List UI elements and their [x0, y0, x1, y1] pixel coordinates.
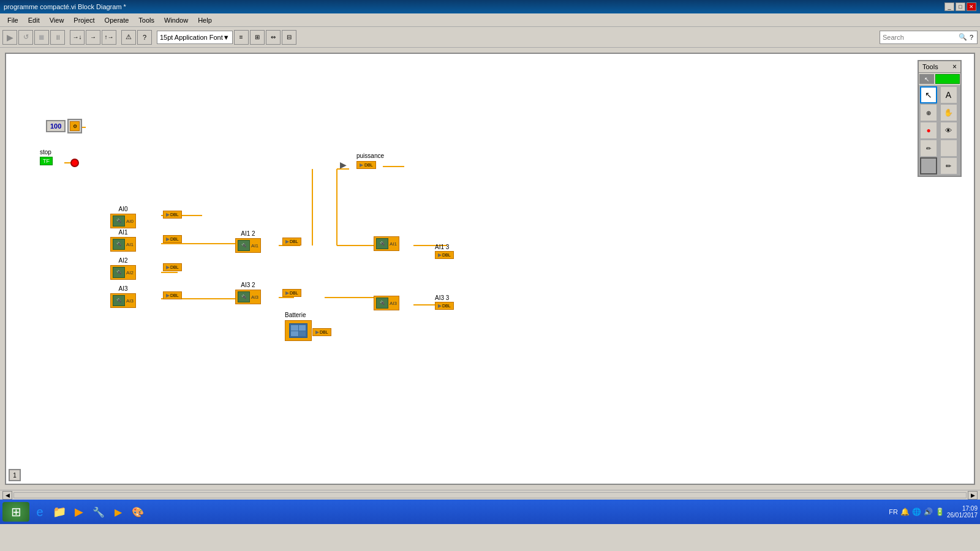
step-over-button[interactable]: → — [86, 30, 100, 45]
battery-icon: 🔋 — [935, 508, 944, 516]
run-continuously-button[interactable]: ↺ — [18, 30, 33, 45]
taskbar-explorer[interactable]: 📁 — [50, 503, 69, 521]
ai3-3-block[interactable]: 🔌 AI3 — [374, 296, 399, 310]
menu-file[interactable]: File — [2, 15, 23, 25]
tools-close-button[interactable]: × — [952, 62, 957, 71]
scroll-left-button[interactable]: ◀ — [2, 491, 12, 500]
ai3-icon: 🔌 — [113, 295, 125, 306]
taskbar: ⊞ e 📁 ▶ 🔧 ▶ 🎨 FR 🔔 🌐 🔊 🔋 17:09 26/01/201… — [0, 500, 980, 524]
tool-text[interactable]: A — [940, 86, 957, 103]
menu-edit[interactable]: Edit — [23, 15, 45, 25]
ai1-node[interactable]: 🔌 AI1 — [110, 237, 136, 252]
tool-color-copy[interactable]: ✏ — [920, 140, 937, 157]
taskbar-media[interactable]: ▶ — [70, 503, 88, 521]
taskbar-ni[interactable]: ▶ — [109, 503, 127, 521]
reorder-button[interactable]: ⊟ — [282, 30, 296, 45]
tool-color-box[interactable] — [920, 157, 937, 174]
ai1-block[interactable]: AI1 🔌 AI1 — [110, 229, 136, 252]
ai3-name: AI3 — [126, 298, 134, 304]
ai0-block[interactable]: AI0 🔌 AI0 — [110, 206, 136, 228]
menu-tools[interactable]: Tools — [134, 15, 159, 25]
ai2-node[interactable]: 🔌 AI2 — [110, 265, 136, 280]
minimize-button[interactable]: _ — [944, 2, 954, 11]
distribute-button[interactable]: ⊞ — [250, 30, 265, 45]
taskbar-unknown1[interactable]: 🔧 — [89, 503, 108, 521]
step-out-button[interactable]: ↑→ — [102, 30, 116, 45]
warn-button[interactable]: ⚠ — [121, 30, 136, 45]
menu-help[interactable]: Help — [193, 15, 217, 25]
ai3-3-node[interactable]: 🔌 AI3 — [374, 296, 399, 310]
tool-pencil[interactable]: ✏ — [940, 157, 957, 174]
tool-scroll[interactable] — [940, 140, 957, 157]
menu-project[interactable]: Project — [69, 15, 99, 25]
close-button[interactable]: ✕ — [967, 2, 976, 11]
ai1-2-block[interactable]: AI1 2 🔌 AI1 — [235, 230, 261, 253]
ai0-label: AI0 — [119, 206, 128, 212]
ai1-2-node[interactable]: 🔌 AI1 — [235, 238, 261, 253]
window-title: programme compacté.vi Block Diagram * — [4, 3, 126, 10]
start-button[interactable]: ⊞ — [2, 502, 29, 522]
tool-pointer[interactable]: ↖ — [920, 86, 937, 103]
wire-layer — [6, 54, 974, 484]
batterie-label: Batterie — [285, 312, 306, 318]
tool-probe[interactable]: 👁 — [940, 122, 957, 139]
context-help-button[interactable]: ? — [137, 30, 152, 45]
stop-button[interactable] — [70, 159, 79, 167]
language-indicator: FR — [889, 508, 898, 515]
run-button[interactable]: ▶ — [2, 30, 17, 45]
ai1-3-dbl-output: ▶DBL — [435, 251, 454, 259]
ai2-icon: 🔌 — [113, 267, 125, 278]
abort-button[interactable]: ⏹ — [34, 30, 49, 45]
batterie-block[interactable] — [285, 320, 312, 341]
search-icon: 🔍 — [959, 33, 967, 41]
ai0-icon: 🔌 — [113, 216, 125, 227]
tool-breakpoint[interactable]: ● — [920, 122, 937, 139]
ai3-2-dbl-output: ▶DBL — [282, 289, 301, 297]
scroll-track[interactable] — [13, 492, 967, 498]
constant-100: 100 — [46, 120, 66, 132]
tools-header: Tools × — [919, 61, 960, 73]
help-icon[interactable]: ? — [970, 34, 973, 41]
scroll-right-button[interactable]: ▶ — [968, 491, 978, 500]
ai2-block[interactable]: AI2 🔌 AI2 — [110, 257, 136, 280]
tools-panel: Tools × ↖ ↖ A ⊕ ✋ ● 👁 ✏ ✏ — [918, 60, 962, 177]
menu-operate[interactable]: Operate — [100, 15, 134, 25]
tool-run-arrow[interactable]: ↖ — [919, 74, 934, 84]
block-diagram-canvas[interactable]: 100 ⚙ stop TF ▶ puissance ▶DBL AI0 🔌 AI0 — [5, 53, 975, 485]
ai0-node[interactable]: 🔌 AI0 — [110, 214, 136, 228]
subdiagram-icon[interactable]: ⚙ — [67, 119, 82, 133]
align-button[interactable]: ≡ — [234, 30, 249, 45]
font-selector[interactable]: 15pt Application Font ▼ — [157, 31, 233, 44]
ai3-2-block[interactable]: AI3 2 🔌 AI3 — [235, 282, 261, 304]
ai3-label: AI3 — [119, 285, 128, 292]
horizontal-scrollbar[interactable]: ◀ ▶ — [0, 490, 980, 500]
ai3-2-node[interactable]: 🔌 AI3 — [235, 290, 261, 304]
ai1-dbl-output: ▶DBL — [163, 235, 182, 243]
tool-hand[interactable]: ✋ — [940, 104, 957, 121]
batterie-dbl-output: ▶DBL — [312, 328, 331, 336]
tool-connect[interactable]: ⊕ — [920, 104, 937, 121]
ai3-2-name: AI3 — [251, 294, 258, 300]
taskbar-app2[interactable]: 🎨 — [129, 503, 147, 521]
ai3-3-name: AI3 — [390, 301, 397, 306]
tools-grid: ↖ A ⊕ ✋ ● 👁 ✏ ✏ — [919, 85, 960, 176]
ai3-2-icon: 🔌 — [238, 291, 250, 302]
ai3-block[interactable]: AI3 🔌 AI3 — [110, 285, 136, 308]
ai1-name: AI1 — [126, 242, 134, 247]
ai0-name: AI0 — [126, 219, 134, 224]
maximize-button[interactable]: □ — [956, 2, 965, 11]
pause-button[interactable]: ⏸ — [50, 30, 65, 45]
search-input[interactable] — [883, 34, 956, 41]
ai3-node[interactable]: 🔌 AI3 — [110, 293, 136, 308]
step-into-button[interactable]: →↓ — [70, 30, 85, 45]
clock: 17:09 26/01/2017 — [947, 505, 978, 519]
ai1-3-node[interactable]: 🔌 AI1 — [374, 236, 399, 251]
ai1-icon: 🔌 — [113, 239, 125, 250]
ai1-3-block[interactable]: 🔌 AI1 — [374, 236, 399, 251]
menu-view[interactable]: View — [45, 15, 69, 25]
resize-button[interactable]: ⇔ — [266, 30, 281, 45]
taskbar-ie[interactable]: e — [31, 503, 49, 521]
puissance-label: puissance — [356, 152, 384, 159]
menu-bar: File Edit View Project Operate Tools Win… — [0, 13, 980, 27]
menu-window[interactable]: Window — [159, 15, 193, 25]
